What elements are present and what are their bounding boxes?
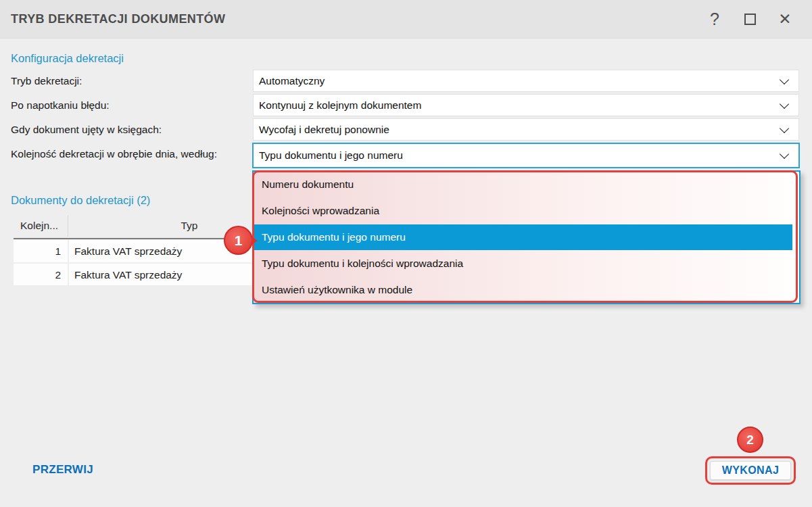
table-column-separator xyxy=(68,215,68,237)
chevron-down-icon xyxy=(780,99,789,108)
combobox-po-napotkaniu-bledu[interactable]: Kontynuuj z kolejnym dokumentem xyxy=(253,94,799,116)
annotation-box-wykonaj: WYKONAJ xyxy=(705,456,796,485)
maximize-icon xyxy=(744,14,756,25)
chevron-down-icon xyxy=(780,123,789,132)
combobox-value: Typu dokumentu i jego numeru xyxy=(254,149,781,162)
help-button[interactable]: ? xyxy=(697,0,732,39)
section-title-konfiguracja: Konfiguracja dekretacji xyxy=(11,52,124,65)
combobox-value: Wycofaj i dekretuj ponownie xyxy=(254,124,781,136)
close-button[interactable]: ✕ xyxy=(767,0,803,39)
field-label-gdy-dokument-ujety: Gdy dokument ujęty w księgach: xyxy=(11,118,162,141)
window-controls: ? ✕ xyxy=(697,0,803,39)
annotation-step-2-badge: 2 xyxy=(737,427,763,453)
dropdown-item[interactable]: Typu dokumentu i kolejności wprowadzania xyxy=(254,250,799,276)
combobox-kolejnosc-dekretacji[interactable]: Typu dokumentu i jego numeru xyxy=(252,143,800,168)
close-icon: ✕ xyxy=(778,10,791,28)
combobox-gdy-dokument-ujety[interactable]: Wycofaj i dekretuj ponownie xyxy=(253,118,799,141)
chevron-down-icon xyxy=(780,149,789,159)
maximize-button[interactable] xyxy=(732,0,767,39)
combobox-tryb-dekretacji[interactable]: Automatyczny xyxy=(253,70,799,92)
dropdown-item-selected[interactable]: Typu dokumentu i jego numeru xyxy=(254,224,799,251)
field-label-po-napotkaniu-bledu: Po napotkaniu błędu: xyxy=(11,94,110,117)
field-label-kolejnosc-dekretacji: Kolejność dekretacji w obrębie dnia, wed… xyxy=(11,143,217,166)
dropdown-item[interactable]: Ustawień użytkownika w module xyxy=(254,276,799,303)
przerwij-button[interactable]: PRZERWIJ xyxy=(32,460,93,480)
dropdown-list: Numeru dokumentu Kolejności wprowadzania… xyxy=(252,170,801,304)
field-label-tryb-dekretacji: Tryb dekretacji: xyxy=(11,70,82,93)
titlebar: TRYB DEKRETACJI DOKUMENTÓW ? ✕ xyxy=(0,0,812,39)
table-header-kolejnosc[interactable]: Kolejn... xyxy=(20,214,68,238)
dialog-tryb-dekretacji: TRYB DEKRETACJI DOKUMENTÓW ? ✕ Konfigura… xyxy=(0,0,812,507)
combobox-value: Automatyczny xyxy=(254,75,781,87)
chevron-down-icon xyxy=(780,74,789,84)
help-icon: ? xyxy=(710,9,719,29)
cell-kolejnosc: 2 xyxy=(14,264,68,285)
combobox-value: Kontynuuj z kolejnym dokumentem xyxy=(254,99,781,112)
window-title: TRYB DEKRETACJI DOKUMENTÓW xyxy=(11,0,225,39)
annotation-step-1-badge: 1 xyxy=(224,226,253,255)
wykonaj-button[interactable]: WYKONAJ xyxy=(710,461,791,480)
dropdown-item[interactable]: Kolejności wprowadzania xyxy=(254,198,799,224)
cell-kolejnosc: 1 xyxy=(14,240,68,262)
section-title-dokumenty: Dokumenty do dekretacji (2) xyxy=(11,194,150,207)
dropdown-item[interactable]: Numeru dokumentu xyxy=(254,172,799,198)
